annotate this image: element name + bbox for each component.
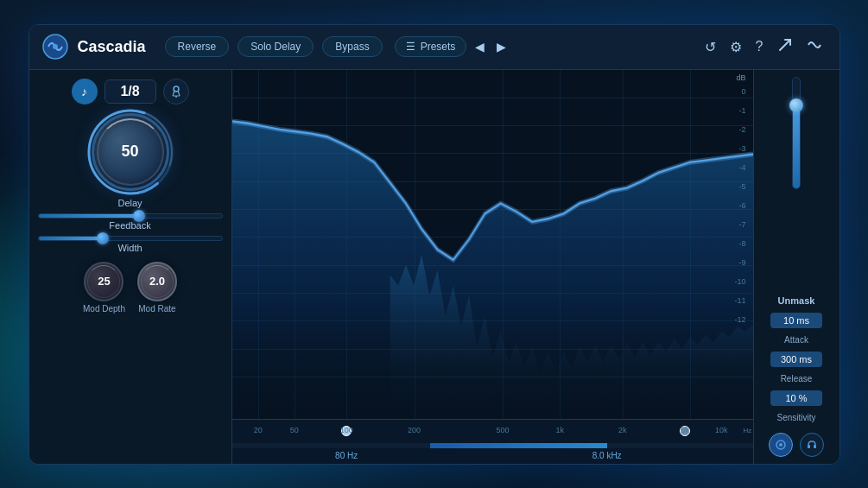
bottom-knobs: 25 Mod Depth 2.0 Mod Rate [38,262,223,314]
mod-depth-container: 25 Mod Depth [83,262,125,314]
width-thumb[interactable] [97,232,109,244]
freq-10k: 10k [715,426,728,434]
feedback-slider-row: Feedback [38,213,223,231]
delay-knob-value: 50 [121,143,138,161]
icon-btn-1[interactable] [769,433,793,457]
attack-button[interactable]: 10 ms [770,313,822,328]
bypass-button[interactable]: Bypass [322,36,382,57]
vertical-slider[interactable] [792,77,801,189]
freq-50: 50 [290,426,299,434]
feedback-label: Feedback [38,220,223,231]
freq-20: 20 [254,426,263,434]
logo-icon [41,33,69,60]
svg-rect-9 [808,445,810,448]
sensitivity-button[interactable]: 10 % [770,390,822,406]
wave-icon [807,37,822,53]
reverse-button[interactable]: Reverse [165,36,230,57]
db-6: -6 [734,196,745,215]
freq-1k: 1k [556,426,565,434]
db-10: -10 [734,272,745,291]
mod-depth-value: 25 [98,275,110,288]
freq-500: 500 [497,426,510,434]
db-11: -11 [734,291,745,310]
db-12: -12 [734,310,745,329]
feedback-slider[interactable] [38,213,223,219]
db-1: -1 [734,101,745,120]
mod-depth-label: Mod Depth [83,304,125,314]
icon-btn-2[interactable] [800,433,824,457]
db-2: -2 [734,120,745,139]
unmask-label: Unmask [778,295,815,306]
svg-point-1 [53,44,58,49]
main-content: ♪ 1/8 [29,70,839,464]
left-panel: ♪ 1/8 [29,70,232,464]
mod-rate-container: 2.0 Mod Rate [137,262,177,314]
prev-preset-button[interactable]: ◀ [472,38,488,55]
header: Cascadia Reverse Solo Delay Bypass ☰ Pre… [29,25,839,70]
time-display: 1/8 [105,79,156,104]
width-slider-row: Width [38,236,223,253]
bottom-icons [769,433,824,457]
header-right-icons: ↺ ⚙ ? [700,34,827,60]
arrow-icon [777,37,793,53]
freq-200: 200 [408,426,421,434]
center-panel: dB 0 -1 -2 -3 -4 -5 -6 -7 -8 -9 -10 -11 … [232,70,753,464]
width-fill [39,237,103,240]
extra-button-2[interactable] [801,34,827,60]
release-button[interactable]: 300 ms [770,352,822,367]
presets-icon: ☰ [406,41,415,53]
width-slider[interactable] [38,236,223,241]
width-label: Width [38,243,223,253]
loop-button[interactable]: ↺ [700,35,721,59]
mod-rate-knob[interactable]: 2.0 [137,262,177,301]
feedback-thumb[interactable] [133,210,145,222]
freq-5k: 5k [681,426,689,434]
svg-rect-10 [814,445,816,448]
vertical-fill [793,105,800,188]
eq-display: dB 0 -1 -2 -3 -4 -5 -6 -7 -8 -9 -10 -11 … [232,70,753,419]
plugin-window: Cascadia Reverse Solo Delay Bypass ☰ Pre… [29,24,840,465]
big-knob-container: 50 [92,113,169,191]
delay-knob[interactable]: 50 [92,113,169,191]
freq-2k: 2k [618,426,627,434]
db-8: -8 [734,234,745,253]
feedback-fill [39,214,140,218]
eq-curve-svg [232,70,753,419]
db-7: -7 [734,215,745,234]
circle-dot-icon [776,440,786,450]
note-icon: ♪ [81,85,87,98]
pin-button[interactable] [163,79,189,105]
attack-label: Attack [784,335,808,345]
release-label: Release [781,374,813,383]
range-labels: 80 Hz 8.0 kHz [232,448,753,464]
extra-button-1[interactable] [772,34,798,60]
presets-area: ☰ Presets ◀ ▶ [395,36,510,57]
high-freq-label: 8.0 kHz [592,451,622,460]
db-3: -3 [734,139,745,158]
solo-delay-button[interactable]: Solo Delay [238,36,314,57]
mod-depth-knob[interactable]: 25 [84,262,124,301]
db-0: 0 [734,82,745,101]
mod-rate-value: 2.0 [149,275,165,288]
db-9: -9 [734,253,745,272]
vertical-thumb[interactable] [789,98,803,112]
help-button[interactable]: ? [751,35,769,58]
top-controls: ♪ 1/8 [38,79,223,105]
right-panel: Unmask 10 ms Attack 300 ms Release 10 % … [753,70,839,464]
settings-button[interactable]: ⚙ [725,35,747,59]
next-preset-button[interactable]: ▶ [493,38,510,55]
mod-rate-label: Mod Rate [138,304,175,314]
freq-axis: 20 50 100 200 500 1k 2k 5k 10k Hz [232,419,753,443]
delay-label: Delay [117,198,142,208]
db-header-label: dB 0 -1 -2 -3 -4 -5 -6 -7 -8 -9 -10 -11 … [734,73,745,329]
vertical-slider-container [759,77,834,288]
db-5: -5 [734,177,745,196]
db-4: -4 [734,158,745,177]
app-title: Cascadia [78,38,146,56]
note-button[interactable]: ♪ [72,79,98,105]
pin-icon [170,86,182,98]
sensitivity-label: Sensitivity [776,413,815,422]
svg-point-8 [779,443,782,447]
presets-button[interactable]: ☰ Presets [395,36,467,57]
low-freq-label: 80 Hz [335,451,358,460]
